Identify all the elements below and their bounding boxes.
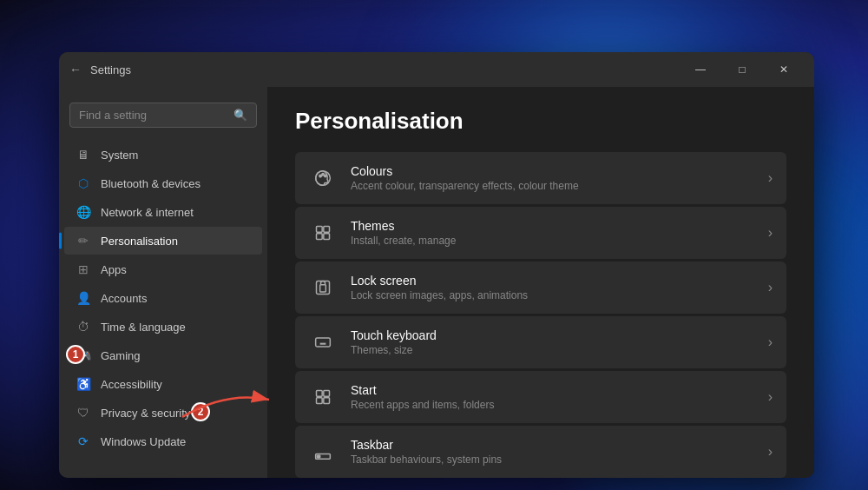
chevron-right-icon: › [768, 444, 773, 460]
chevron-right-icon: › [768, 170, 773, 186]
sidebar-item-bluetooth[interactable]: ⬡Bluetooth & devices [64, 169, 262, 197]
nav-item-label: Gaming [101, 349, 141, 362]
setting-desc: Recent apps and items, folders [351, 399, 754, 411]
close-button[interactable]: ✕ [764, 56, 804, 83]
accessibility-icon: ♿ [76, 377, 90, 391]
themes-icon [309, 219, 337, 247]
annotation-badge-1: 1 [66, 345, 85, 364]
svg-rect-8 [324, 234, 330, 240]
chevron-right-icon: › [768, 225, 773, 241]
nav-item-label: Time & language [101, 321, 186, 334]
svg-rect-7 [317, 234, 323, 240]
keyboard-icon [309, 328, 337, 356]
chevron-right-icon: › [768, 389, 773, 405]
settings-window: ← Settings — □ ✕ 🔍 🖥System⬡Bluetooth & d… [59, 52, 814, 478]
search-input[interactable] [79, 109, 230, 122]
sidebar-item-privacy[interactable]: 🛡Privacy & security [64, 399, 262, 427]
nav-item-label: System [101, 149, 138, 162]
svg-rect-10 [320, 285, 326, 292]
svg-point-3 [325, 175, 327, 177]
chevron-right-icon: › [768, 280, 773, 295]
nav-item-label: Accounts [101, 292, 147, 305]
start-icon [309, 383, 337, 411]
brush-icon: ✏ [76, 234, 90, 248]
nav-item-label: Apps [101, 263, 127, 276]
setting-name: Start [351, 383, 754, 397]
sidebar-item-windows-update[interactable]: ⟳Windows Update [64, 427, 262, 455]
sidebar-item-apps[interactable]: ⊞Apps [64, 255, 262, 283]
annotation-badge-2: 2 [191, 402, 210, 421]
back-button[interactable]: ← [69, 63, 82, 76]
nav-item-label: Bluetooth & devices [101, 177, 201, 190]
nav-container: 🖥System⬡Bluetooth & devices🌐Network & in… [59, 140, 267, 456]
svg-point-4 [322, 174, 325, 176]
taskbar-icon [309, 438, 337, 466]
minimize-button[interactable]: — [681, 56, 720, 83]
setting-name: Touch keyboard [351, 328, 754, 342]
setting-item-themes[interactable]: ThemesInstall, create, manage› [295, 207, 786, 259]
sidebar-item-gaming[interactable]: 🎮Gaming [64, 341, 262, 369]
sidebar-item-time[interactable]: ⏱Time & language [64, 313, 262, 341]
maximize-button[interactable]: □ [722, 56, 762, 83]
setting-desc: Accent colour, transparency effects, col… [351, 180, 754, 192]
svg-rect-17 [317, 391, 323, 397]
nav-item-label: Network & internet [101, 206, 194, 219]
lock-screen-icon [309, 274, 337, 301]
apps-icon: ⊞ [76, 262, 90, 276]
accounts-icon: 👤 [76, 291, 90, 305]
svg-point-2 [319, 175, 322, 177]
sidebar-item-accounts[interactable]: 👤Accounts [64, 284, 262, 312]
network-icon: 🌐 [76, 205, 90, 219]
clock-icon: ⏱ [76, 320, 90, 334]
search-icon: 🔍 [233, 109, 247, 122]
svg-rect-20 [324, 398, 330, 404]
setting-desc: Taskbar behaviours, system pins [351, 454, 754, 466]
sidebar: 🔍 🖥System⬡Bluetooth & devices🌐Network & … [59, 87, 267, 478]
setting-desc: Install, create, manage [351, 235, 754, 247]
svg-rect-18 [324, 391, 330, 397]
setting-name: Taskbar [351, 438, 754, 452]
setting-text: Touch keyboardThemes, size [351, 328, 754, 356]
setting-text: ThemesInstall, create, manage [351, 219, 754, 247]
setting-desc: Lock screen images, apps, animations [351, 289, 754, 301]
setting-name: Themes [351, 219, 754, 233]
nav-item-label: Windows Update [101, 435, 186, 448]
svg-rect-22 [317, 455, 319, 458]
window-controls: — □ ✕ [681, 56, 804, 83]
sidebar-item-personalisation[interactable]: ✏Personalisation [64, 227, 262, 255]
nav-item-label: Accessibility [101, 378, 162, 391]
chevron-right-icon: › [768, 334, 773, 350]
svg-rect-11 [316, 338, 331, 347]
svg-rect-19 [317, 398, 323, 404]
palette-icon [309, 164, 337, 192]
setting-item-colours[interactable]: ColoursAccent colour, transparency effec… [295, 152, 786, 204]
content-area: 🔍 🖥System⬡Bluetooth & devices🌐Network & … [59, 87, 814, 478]
setting-text: ColoursAccent colour, transparency effec… [351, 164, 754, 192]
update-icon: ⟳ [76, 434, 90, 448]
app-title: Settings [90, 63, 681, 76]
title-bar: ← Settings — □ ✕ [59, 52, 814, 87]
setting-text: TaskbarTaskbar behaviours, system pins [351, 438, 754, 466]
sidebar-item-accessibility[interactable]: ♿Accessibility [64, 370, 262, 398]
setting-desc: Themes, size [351, 344, 754, 356]
privacy-icon: 🛡 [76, 406, 90, 420]
bluetooth-icon: ⬡ [76, 176, 90, 190]
setting-name: Lock screen [351, 274, 754, 288]
svg-rect-6 [324, 227, 330, 233]
search-box[interactable]: 🔍 [69, 103, 257, 128]
system-icon: 🖥 [76, 148, 90, 162]
svg-rect-5 [317, 227, 323, 233]
setting-text: Lock screenLock screen images, apps, ani… [351, 274, 754, 301]
main-panel: Personalisation ColoursAccent colour, tr… [267, 87, 814, 478]
sidebar-item-network[interactable]: 🌐Network & internet [64, 198, 262, 226]
sidebar-item-system[interactable]: 🖥System [64, 141, 262, 169]
setting-item-start[interactable]: StartRecent apps and items, folders› [295, 371, 786, 423]
nav-item-label: Personalisation [101, 235, 178, 248]
setting-item-taskbar[interactable]: TaskbarTaskbar behaviours, system pins› [295, 426, 786, 478]
settings-list: ColoursAccent colour, transparency effec… [295, 152, 786, 478]
page-title: Personalisation [295, 108, 786, 135]
setting-name: Colours [351, 164, 754, 178]
setting-item-touch-keyboard[interactable]: Touch keyboardThemes, size› [295, 316, 786, 368]
setting-item-lock-screen[interactable]: Lock screenLock screen images, apps, ani… [295, 262, 786, 314]
nav-item-label: Privacy & security [101, 407, 190, 420]
